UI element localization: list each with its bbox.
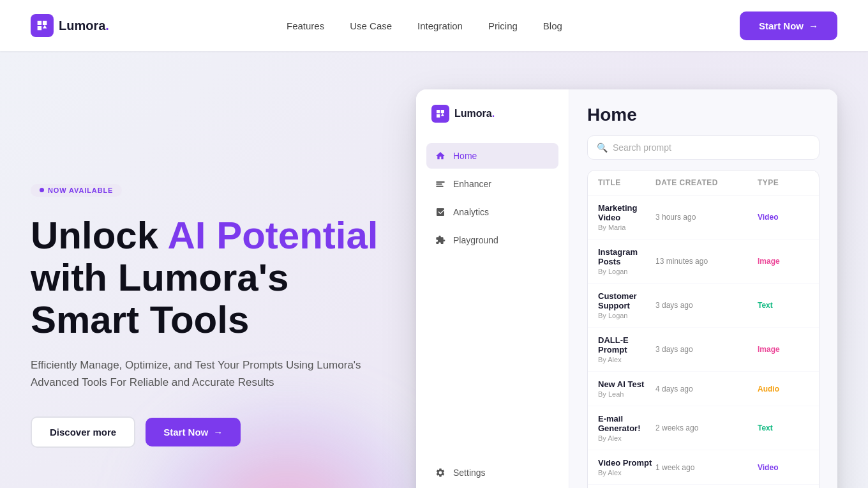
prompts-table: Title Date Created Type Marketing Video … xyxy=(587,170,819,488)
table-row[interactable]: Customer Support By Logan 3 days ago Tex… xyxy=(588,284,819,328)
svg-rect-2 xyxy=(436,186,443,187)
home-icon xyxy=(434,149,447,162)
hero-start-now-button[interactable]: Start Now → xyxy=(146,418,241,446)
sidebar-logo: Lumora. xyxy=(426,105,558,123)
table-row[interactable]: Video Prompt By Alex 1 week ago Video xyxy=(588,450,819,485)
nav-links: Features Use Case Integration Pricing Bl… xyxy=(287,20,562,31)
search-bar[interactable]: 🔍 Search prompt xyxy=(587,135,819,160)
sidebar-item-enhancer[interactable]: Enhancer xyxy=(426,171,558,197)
nav-link-usecase[interactable]: Use Case xyxy=(350,20,392,31)
col-type: Type xyxy=(758,178,809,187)
search-placeholder: Search prompt xyxy=(613,142,671,153)
sidebar-navigation: Home Enhancer Analytics xyxy=(426,143,558,460)
table-row[interactable]: ChatGPT Prompt By Maria 1 hour ago Text xyxy=(588,485,819,488)
row-title-cell: Marketing Video By Maria xyxy=(598,203,655,231)
sidebar-item-playground[interactable]: Playground xyxy=(426,227,558,253)
table-row[interactable]: Marketing Video By Maria 3 hours ago Vid… xyxy=(588,195,819,240)
now-available-badge: NOW AVAILABLE xyxy=(31,184,122,197)
col-title: Title xyxy=(598,178,655,187)
table-row[interactable]: New AI Test By Leah 4 days ago Audio xyxy=(588,372,819,406)
col-date: Date Created xyxy=(655,178,758,187)
playground-icon xyxy=(434,234,447,247)
table-row[interactable]: E-mail Generator! By Alex 2 weeks ago Te… xyxy=(588,406,819,450)
page-title: Home xyxy=(587,105,819,125)
settings-icon xyxy=(434,466,447,479)
search-icon: 🔍 xyxy=(597,142,608,153)
hero-content: NOW AVAILABLE Unlock AI Potential with L… xyxy=(31,183,391,448)
row-title-cell: Customer Support By Logan xyxy=(598,291,655,319)
table-row[interactable]: Instagram Posts By Logan 13 minutes ago … xyxy=(588,240,819,284)
navbar: Lumora. Features Use Case Integration Pr… xyxy=(0,0,868,51)
main-header: Home 🔍 Search prompt xyxy=(569,89,837,170)
row-title-cell: New AI Test By Leah xyxy=(598,379,655,398)
badge-dot xyxy=(40,188,44,192)
row-title-cell: Instagram Posts By Logan xyxy=(598,247,655,275)
svg-rect-0 xyxy=(436,181,444,183)
row-title-cell: DALL-E Prompt By Alex xyxy=(598,335,655,363)
hero-title: Unlock AI Potential with Lumora's Smart … xyxy=(31,215,391,341)
app-sidebar: Lumora. Home xyxy=(416,89,569,488)
table-header: Title Date Created Type xyxy=(588,171,819,195)
nav-link-pricing[interactable]: Pricing xyxy=(488,20,518,31)
table-row[interactable]: DALL-E Prompt By Alex 3 days ago Image xyxy=(588,328,819,372)
hero-section: NOW AVAILABLE Unlock AI Potential with L… xyxy=(0,51,868,488)
logo-wordmark: Lumora. xyxy=(59,19,109,33)
discover-more-button[interactable]: Discover more xyxy=(31,416,135,448)
app-main-content: Home 🔍 Search prompt Title Date Created … xyxy=(569,89,837,488)
nav-logo: Lumora. xyxy=(31,14,109,37)
app-mockup-container: Lumora. Home xyxy=(391,89,837,488)
row-title-cell: E-mail Generator! By Alex xyxy=(598,414,655,442)
nav-start-now-button[interactable]: Start Now → xyxy=(740,11,837,40)
logo-icon xyxy=(31,14,54,37)
sidebar-logo-icon xyxy=(431,105,449,123)
nav-link-integration[interactable]: Integration xyxy=(417,20,463,31)
sidebar-settings[interactable]: Settings xyxy=(426,460,558,485)
sidebar-item-home[interactable]: Home xyxy=(426,143,558,169)
svg-rect-1 xyxy=(436,183,442,185)
nav-link-blog[interactable]: Blog xyxy=(543,20,562,31)
sidebar-wordmark: Lumora. xyxy=(454,108,495,119)
hero-buttons: Discover more Start Now → xyxy=(31,416,391,448)
app-mockup: Lumora. Home xyxy=(416,89,837,488)
prompts-table-area: Title Date Created Type Marketing Video … xyxy=(569,170,837,488)
nav-link-features[interactable]: Features xyxy=(287,20,324,31)
hero-subtitle: Efficiently Manage, Optimize, and Test Y… xyxy=(31,356,363,391)
enhancer-icon xyxy=(434,178,447,190)
sidebar-item-analytics[interactable]: Analytics xyxy=(426,199,558,225)
row-title-cell: Video Prompt By Alex xyxy=(598,458,655,477)
analytics-icon xyxy=(434,206,447,218)
